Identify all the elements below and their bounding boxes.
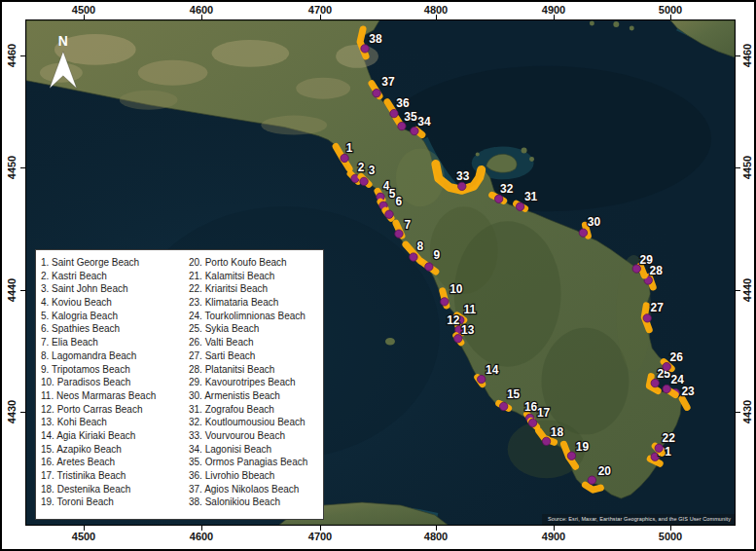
beach-point [567,452,575,459]
axis-tick-top [201,15,202,19]
beach-segment [640,266,644,276]
legend-item: 36. Livrohio Bbeach [189,469,321,483]
legend-item: 31. Zografou Beach [189,403,321,417]
islet [529,157,534,162]
beach-point [341,154,348,162]
axis-tick-left [20,167,25,168]
beach-number: 7 [405,218,412,232]
legend-item: 27. Sarti Beach [189,349,321,363]
beach-number: 35 [404,110,417,124]
islet [613,21,619,27]
islet [522,147,527,153]
beach-point [655,444,663,452]
axis-tick-top [670,15,671,19]
axis-tick-right [736,55,740,56]
beach-point [360,177,368,185]
legend-item: 17. Tristinika Beach [41,469,189,483]
beach-number: 28 [650,264,664,277]
legend-item: 21. Kalamitsi Beach [189,270,321,283]
axis-label-left: 4450 [6,156,18,179]
axis-label-left: 4460 [6,44,18,67]
beach-number: 16 [524,400,538,414]
beach-point [395,230,403,238]
axis-tick-right [736,167,740,168]
legend-column-1: 1. Saint George Beach2. Kastri Beach3. S… [41,256,189,519]
islet [476,152,480,156]
legend-item: 26. Valti Beach [189,336,321,349]
legend-item: 34. Lagonisi Beach [189,443,321,457]
legend-item: 15. Azapiko Beach [41,443,189,457]
legend-item: 9. Tripotamos Beach [41,363,189,377]
legend-item: 14. Agia Kiriaki Beach [41,429,189,443]
map-area: N 12345678910111213141516171819202122232… [25,19,736,526]
axis-label-bottom: 4900 [542,531,565,542]
axis-label-bottom: 4800 [424,531,448,542]
beach-point [663,385,670,392]
axis-tick-bottom [436,526,437,531]
beach-point [410,253,417,261]
beach-number: 29 [640,253,654,267]
beach-number: 2 [358,161,365,174]
beach-number: 11 [463,303,476,316]
axis-tick-left [20,290,25,291]
axis-label-right: 4430 [741,400,753,423]
axis-tick-right [736,290,740,291]
legend-item: 23. Klimataria Beach [189,296,321,310]
legend-item: 3. Saint John Beach [41,282,189,296]
beach-number: 6 [396,195,403,208]
legend-item: 4. Koviou Beach [41,296,189,310]
beach-number: 37 [381,75,395,89]
beach-number: 22 [663,431,676,445]
axis-tick-top [436,15,437,19]
beach-point [441,298,449,306]
legend-item: 8. Lagomandra Beach [41,349,189,363]
beach-point [373,90,380,97]
beach-number: 17 [537,406,551,420]
legend-item: 33. Vourvourou Beach [189,429,321,443]
legend-item: 24. Tourkolimnionas Beach [189,310,321,323]
legend-item: 35. Ormos Panagias Beach [189,456,321,469]
beach-point [425,263,433,271]
axis-label-right: 4450 [741,156,753,179]
legend-item: 6. Spathies Beach [41,322,189,336]
legend-item: 38. Salonikiou Beach [189,496,321,509]
beach-number: 5 [389,187,396,201]
legend-item: 18. Destenika Beach [41,483,189,496]
axis-tick-left [20,412,25,413]
legend-item: 12. Porto Carras Beach [41,403,189,417]
beach-number: 33 [456,169,470,183]
beach-point [588,476,595,484]
legend-item: 13. Kohi Beach [41,416,189,429]
axis-label-bottom: 4600 [190,531,213,542]
axis-tick-right [736,412,740,413]
beach-number: 14 [486,363,499,377]
beach-number: 12 [447,313,460,327]
map-figure: N 12345678910111213141516171819202122232… [0,0,756,551]
legend-item: 29. Kavourotripes Beach [189,376,321,389]
beach-point [494,195,502,202]
axis-label-right: 4440 [741,278,753,302]
beach-number: 38 [369,32,382,46]
islet [630,25,634,30]
beach-number: 8 [417,239,424,253]
beach-number: 31 [524,190,538,203]
axis-tick-bottom [84,526,85,531]
beach-legend: 1. Saint George Beach2. Kastri Beach3. S… [35,249,324,520]
legend-item: 1. Saint George Beach [41,256,189,270]
axis-label-left: 4440 [6,278,18,302]
beach-point [542,437,550,445]
beach-point [478,375,486,383]
beach-number: 19 [576,440,590,454]
legend-item: 2. Kastri Beach [41,270,189,283]
beach-number: 26 [670,350,684,364]
attribution-text: Source: Esri, Maxar, Earthstar Geographi… [542,514,735,525]
beach-point [643,314,651,322]
beach-number: 1 [346,141,353,155]
beach-segment [682,399,687,408]
legend-item: 5. Kalogria Beach [41,310,189,323]
beach-number: 9 [434,248,441,262]
legend-item: 25. Sykia Beach [189,322,321,336]
legend-item: 20. Porto Koufo Beach [189,256,321,270]
axis-tick-top [320,15,321,19]
axis-tick-left [20,55,25,56]
